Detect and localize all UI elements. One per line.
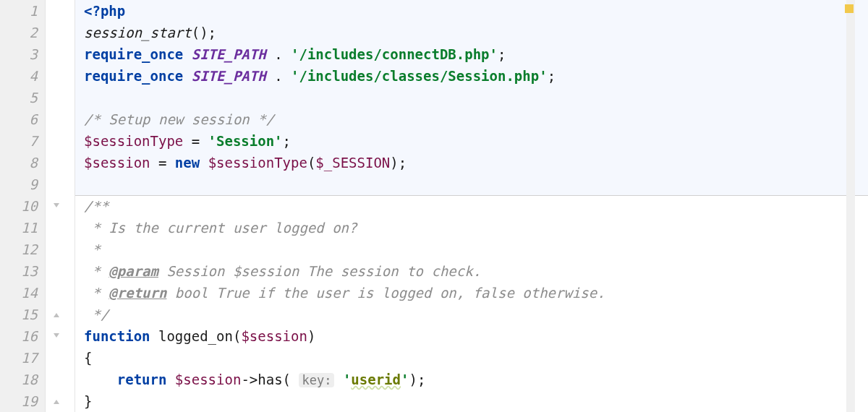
variable: $sessionType (84, 133, 183, 149)
code-line[interactable]: { (84, 347, 868, 369)
variable: $session (241, 328, 307, 344)
arrow: -> (241, 372, 258, 387)
code-line[interactable]: /* Setup new session */ (84, 108, 868, 130)
line-number: 2 (0, 22, 38, 43)
constant: SITE_PATH (192, 68, 266, 84)
code-line[interactable]: require_once SITE_PATH . '/includes/conn… (84, 43, 868, 65)
comment: /* Setup new session */ (84, 111, 274, 127)
brace: { (84, 350, 92, 366)
code-line[interactable]: <?php (84, 0, 868, 22)
string: 'Session' (208, 133, 283, 149)
line-number: 6 (0, 108, 38, 130)
code-line[interactable]: /** (84, 195, 868, 217)
doc-tag: @param (109, 263, 158, 279)
doc-comment: * (84, 241, 101, 257)
code-line[interactable]: session_start(); (84, 22, 868, 43)
variable: $_SESSION (315, 155, 390, 171)
punct: ) (307, 328, 315, 344)
code-line[interactable]: * @param Session $session The session to… (84, 260, 868, 282)
operator: = (150, 155, 175, 171)
keyword: require_once (84, 46, 183, 62)
line-number: 19 (0, 390, 38, 412)
line-number: 9 (0, 173, 38, 195)
punct: ); (409, 372, 425, 387)
line-number: 1 (0, 0, 38, 22)
line-number: 10 (0, 195, 38, 217)
doc-tag: @return (109, 285, 166, 301)
string-quote: ' (343, 372, 351, 387)
fold-toggle-icon[interactable] (51, 331, 61, 341)
code-line[interactable] (84, 173, 868, 195)
line-number-gutter: 1 2 3 4 5 6 7 8 9 10 11 12 13 14 15 16 1… (0, 0, 46, 412)
punct: ; (498, 46, 506, 62)
code-line[interactable]: * Is the current user logged on? (84, 217, 868, 239)
punct: ( (283, 372, 299, 387)
doc-text: Session $session The session to check. (158, 263, 481, 279)
line-number: 16 (0, 325, 38, 347)
keyword: new (175, 155, 200, 171)
line-number: 14 (0, 282, 38, 304)
punct: ); (390, 155, 407, 171)
code-line[interactable]: return $session->has( key: 'userid'); (84, 369, 868, 390)
code-line[interactable]: */ (84, 304, 868, 325)
function-call: session_start (84, 25, 192, 40)
doc-prefix: * (84, 263, 109, 279)
doc-comment: /** (84, 198, 109, 214)
line-number: 11 (0, 217, 38, 239)
code-line[interactable]: $session = new $sessionType($_SESSION); (84, 152, 868, 173)
fold-gutter (46, 0, 75, 412)
space (166, 372, 174, 387)
code-line[interactable]: } (84, 390, 868, 412)
code-line[interactable]: * @return bool True if the user is logge… (84, 282, 868, 304)
doc-text: bool True if the user is logged on, fals… (166, 285, 605, 301)
string-quote: ' (401, 372, 409, 387)
space (150, 328, 158, 344)
space (200, 155, 208, 171)
brace: } (84, 393, 92, 409)
function-name: logged_on (158, 328, 233, 344)
line-number: 18 (0, 369, 38, 390)
space (334, 372, 342, 387)
keyword: return (117, 372, 167, 387)
variable: $session (175, 372, 242, 387)
doc-comment: */ (84, 306, 109, 322)
fold-toggle-icon[interactable] (51, 201, 61, 211)
punct: ( (233, 328, 241, 344)
punct: (); (192, 25, 216, 40)
line-number: 13 (0, 260, 38, 282)
code-line[interactable]: * (84, 239, 868, 260)
doc-comment: * Is the current user logged on? (84, 220, 357, 236)
keyword: function (84, 328, 150, 344)
line-number: 5 (0, 87, 38, 108)
php-open-tag: <?php (84, 3, 125, 19)
line-number: 8 (0, 152, 38, 173)
keyword: require_once (84, 68, 183, 84)
code-line[interactable]: require_once SITE_PATH . '/includes/clas… (84, 65, 868, 87)
line-number: 17 (0, 347, 38, 369)
method-call: has (258, 372, 282, 387)
line-number: 15 (0, 304, 38, 325)
operator: . (266, 46, 291, 62)
string-key: userid (351, 372, 401, 387)
fold-end-icon (51, 396, 61, 406)
string: '/includes/classes/Session.php' (291, 68, 548, 84)
code-line[interactable]: $sessionType = 'Session'; (84, 130, 868, 152)
line-number: 3 (0, 43, 38, 65)
punct: ( (307, 155, 315, 171)
code-line[interactable] (84, 87, 868, 108)
doc-prefix: * (84, 285, 109, 301)
variable: $session (84, 155, 150, 171)
code-line[interactable]: function logged_on($session) (84, 325, 868, 347)
punct: ; (283, 133, 291, 149)
line-number: 7 (0, 130, 38, 152)
fold-end-icon (51, 309, 61, 319)
line-number: 4 (0, 65, 38, 87)
operator: . (266, 68, 291, 84)
punct: ; (548, 68, 556, 84)
parameter-hint: key: (299, 373, 334, 387)
string: '/includes/connectDB.php' (291, 46, 498, 62)
indent (84, 372, 117, 387)
code-area[interactable]: <?php session_start(); require_once SITE… (75, 0, 868, 412)
code-editor[interactable]: 1 2 3 4 5 6 7 8 9 10 11 12 13 14 15 16 1… (0, 0, 868, 412)
line-number: 12 (0, 239, 38, 260)
